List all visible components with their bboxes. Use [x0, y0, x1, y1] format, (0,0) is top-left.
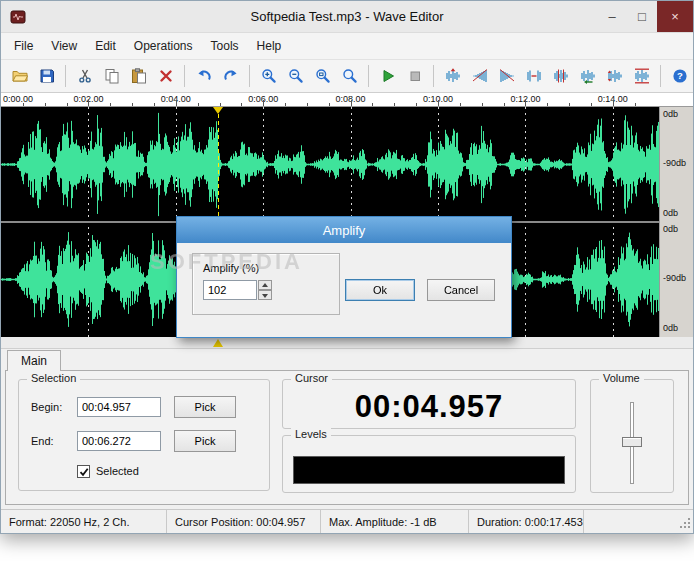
volume-slider-thumb[interactable]: [622, 437, 642, 447]
menu-item-file[interactable]: File: [5, 35, 42, 57]
begin-input[interactable]: [77, 397, 161, 417]
cancel-button[interactable]: Cancel: [427, 279, 495, 301]
begin-label: Begin:: [31, 401, 62, 413]
toolbar-separator: [433, 65, 434, 87]
help-icon[interactable]: ?: [667, 64, 692, 89]
open-icon[interactable]: [7, 64, 32, 89]
selection-group-label: Selection: [27, 372, 80, 384]
wave-reverse-icon[interactable]: [575, 64, 600, 89]
pick-end-button[interactable]: Pick: [174, 430, 236, 452]
delete-icon[interactable]: [153, 64, 178, 89]
toolbar-separator: [368, 65, 369, 87]
status-bar: Format: 22050 Hz, 2 Ch. Cursor Position:…: [1, 509, 693, 533]
window-title: Softpedia Test.mp3 - Wave Editor: [1, 1, 693, 33]
db-label: -90db: [663, 273, 686, 283]
pick-begin-button[interactable]: Pick: [174, 396, 236, 418]
ruler-tick: [176, 100, 177, 106]
cursor-group: Cursor 00:04.957: [282, 379, 576, 429]
menu-item-edit[interactable]: Edit: [86, 35, 125, 57]
dialog-title: Amplify: [323, 223, 366, 238]
close-button[interactable]: ×: [657, 1, 693, 32]
ruler-tick: [263, 100, 264, 106]
ruler-tick: [329, 103, 330, 106]
wave-amplify-icon[interactable]: [440, 64, 465, 89]
end-label: End:: [31, 435, 54, 447]
menu-item-view[interactable]: View: [42, 35, 86, 57]
menu-bar: FileViewEditOperationsToolsHelp: [1, 33, 693, 59]
wave-invert-icon[interactable]: [602, 64, 627, 89]
stop-icon[interactable]: [402, 64, 427, 89]
minimize-button[interactable]: –: [597, 1, 627, 32]
toolbar-separator: [660, 65, 661, 87]
menu-item-tools[interactable]: Tools: [202, 35, 248, 57]
cursor-group-label: Cursor: [291, 372, 332, 384]
ruler-tick: [482, 103, 483, 106]
toolbar-separator: [65, 65, 66, 87]
levels-group-label: Levels: [291, 428, 331, 440]
ruler-tick: [220, 103, 221, 106]
dialog-body: Amplify (%) Ok Cancel: [177, 243, 511, 339]
title-bar[interactable]: Softpedia Test.mp3 - Wave Editor – □ ×: [1, 1, 693, 33]
volume-group: Volume: [590, 379, 674, 493]
amplify-spinner: [203, 280, 272, 300]
ruler-tick: [23, 103, 24, 106]
zoom-out-icon[interactable]: [283, 64, 308, 89]
copy-icon[interactable]: [99, 64, 124, 89]
wave-insert-silence-icon[interactable]: [521, 64, 546, 89]
amplify-dialog: Amplify Amplify (%) Ok Cancel: [176, 216, 512, 338]
amplify-input[interactable]: [203, 280, 257, 300]
db-label: 0db: [663, 208, 678, 218]
end-input[interactable]: [77, 431, 161, 451]
ruler-tick: [394, 103, 395, 106]
maximize-button[interactable]: □: [627, 1, 657, 32]
ruler-tick: [460, 103, 461, 106]
redo-icon[interactable]: [218, 64, 243, 89]
zoom-in-icon[interactable]: [256, 64, 281, 89]
cursor-marker-top[interactable]: [213, 107, 223, 114]
wave-delete-silence-icon[interactable]: [548, 64, 573, 89]
menu-item-help[interactable]: Help: [248, 35, 291, 57]
status-cursor-position: Cursor Position: 00:04.957: [167, 510, 321, 533]
ruler-tick: [132, 103, 133, 106]
ruler-tick: [504, 103, 505, 106]
wave-normalize-icon[interactable]: [629, 64, 654, 89]
spin-up-button[interactable]: [258, 280, 272, 290]
dialog-title-bar[interactable]: Amplify: [177, 217, 511, 243]
ruler-tick: [438, 100, 439, 106]
cut-icon[interactable]: [72, 64, 97, 89]
ruler-tick: [569, 103, 570, 106]
selection-group: Selection Begin: Pick End: Pick Selected: [18, 379, 270, 491]
play-icon[interactable]: [375, 64, 400, 89]
selected-checkbox[interactable]: [77, 465, 90, 478]
tab-main[interactable]: Main: [7, 350, 61, 371]
timeline-ruler[interactable]: 0:00.000:02.000:04.000:06.000:08.000:10.…: [1, 93, 693, 107]
ruler-tick: [635, 103, 636, 106]
paste-icon[interactable]: [126, 64, 151, 89]
db-scale: 0db-90db0db0db-90db0db: [659, 107, 693, 337]
spin-down-button[interactable]: [258, 290, 272, 300]
volume-slider[interactable]: [620, 400, 644, 486]
zoom-selection-icon[interactable]: [310, 64, 335, 89]
cursor-marker-bottom[interactable]: [213, 339, 223, 347]
menu-item-operations[interactable]: Operations: [125, 35, 202, 57]
wave-fade-out-icon[interactable]: [494, 64, 519, 89]
control-panel: Main Selection Begin: Pick End: Pick Sel…: [1, 349, 693, 509]
ruler-tick: [547, 103, 548, 106]
save-icon[interactable]: [34, 64, 59, 89]
selected-checkbox-label: Selected: [96, 465, 139, 477]
zoom-all-icon[interactable]: [337, 64, 362, 89]
ruler-tick: [285, 103, 286, 106]
ok-button[interactable]: Ok: [345, 279, 415, 301]
ruler-tick: [525, 100, 526, 106]
ruler-tick: [88, 100, 89, 106]
undo-icon[interactable]: [191, 64, 216, 89]
amplify-field-group: Amplify (%): [192, 253, 340, 315]
ruler-tick: [307, 103, 308, 106]
ruler-tick: [613, 100, 614, 106]
svg-text:?: ?: [677, 70, 683, 81]
ruler-tick: [372, 103, 373, 106]
window-controls: – □ ×: [597, 1, 693, 32]
levels-group: Levels: [282, 435, 576, 493]
wave-fade-in-icon[interactable]: [467, 64, 492, 89]
resize-grip[interactable]: [679, 517, 692, 532]
